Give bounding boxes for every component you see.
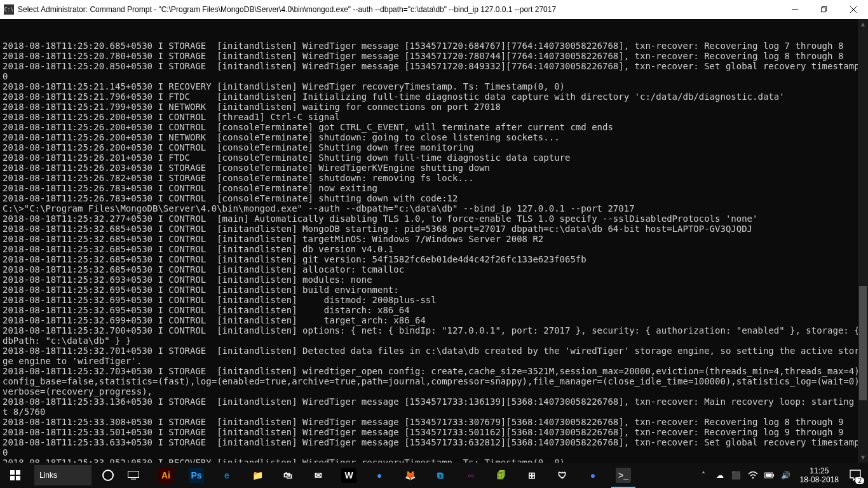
scrollbar-thumb[interactable] (859, 286, 867, 400)
terminal-scrollbar[interactable]: ▲ ▼ (858, 19, 868, 463)
svg-rect-9 (773, 474, 774, 477)
tray-app-icon[interactable]: ⬛ (731, 470, 742, 480)
terminal-line: 2018-08-18T11:25:26.782+0530 I STORAGE [… (3, 173, 865, 183)
taskbar-app-chrome2[interactable]: ● (578, 463, 607, 488)
window-title: Select Administrator: Command Prompt - "… (18, 5, 780, 14)
task-view-button[interactable] (121, 463, 146, 488)
taskbar-app-cmd[interactable]: >_ (609, 463, 638, 488)
tray-volume-icon[interactable]: 🔊 (781, 470, 791, 480)
close-button[interactable] (839, 0, 868, 19)
tray-wifi-icon[interactable] (748, 470, 758, 480)
firefox-icon: 🦊 (402, 468, 417, 483)
terminal-output[interactable]: 2018-08-18T11:25:20.685+0530 I STORAGE [… (0, 19, 868, 463)
file-explorer-icon: 📁 (250, 468, 265, 483)
tray-chevron-up-icon[interactable]: ˄ (698, 470, 709, 480)
cmd-icon: C:\ (4, 4, 14, 15)
terminal-line: 2018-08-18T11:25:32.699+0530 I CONTROL [… (3, 315, 865, 325)
terminal-line: 2018-08-18T11:25:32.685+0530 I CONTROL [… (3, 234, 865, 244)
cortana-icon (102, 470, 114, 481)
taskbar-app-app1[interactable]: 🗐 (487, 463, 516, 488)
taskbar-app-wikipedia[interactable]: W (334, 463, 363, 488)
cortana-button[interactable] (95, 463, 121, 488)
terminal-line: 2018-08-18T11:25:32.685+0530 I CONTROL [… (3, 224, 865, 234)
taskbar-app-shield[interactable]: 🛡 (548, 463, 577, 488)
svg-rect-3 (16, 470, 20, 475)
vscode-icon: ⧉ (433, 468, 448, 483)
minimize-button[interactable] (780, 0, 810, 19)
chrome2-icon: ● (585, 468, 600, 483)
taskbar-search[interactable]: Links (34, 465, 92, 485)
svg-rect-6 (128, 471, 139, 478)
taskbar-app-firefox[interactable]: 🦊 (395, 463, 424, 488)
terminal-line: 2018-08-18T11:25:32.695+0530 I CONTROL [… (3, 285, 865, 295)
photoshop-icon: Ps (189, 468, 204, 483)
terminal-line: 2018-08-18T11:25:32.685+0530 I CONTROL [… (3, 244, 865, 254)
taskbar-app-vsstudio[interactable]: ∞ (456, 463, 485, 488)
notification-center-button[interactable]: 2 (843, 463, 868, 488)
terminal-line: 2018-08-18T11:25:26.783+0530 I CONTROL [… (3, 193, 865, 203)
taskbar-clock[interactable]: 11:25 18-08-2018 (796, 466, 843, 484)
tray-battery-icon[interactable] (764, 470, 775, 480)
terminal-line: 2018-08-18T11:25:32.693+0530 I CONTROL [… (3, 274, 865, 285)
clock-date: 18-08-2018 (800, 475, 839, 484)
taskbar-app-mail[interactable]: ✉ (304, 463, 333, 488)
svg-rect-5 (16, 476, 20, 480)
terminal-line: 2018-08-18T11:25:21.799+0530 I NETWORK [… (3, 102, 865, 112)
terminal-line: 2018-08-18T11:25:20.780+0530 I STORAGE [… (3, 51, 865, 61)
vsstudio-icon: ∞ (463, 468, 478, 483)
taskbar-app-vscode[interactable]: ⧉ (426, 463, 455, 488)
taskbar-app-file-explorer[interactable]: 📁 (243, 463, 272, 488)
terminal-line: 2018-08-18T11:25:26.783+0530 I CONTROL [… (3, 183, 865, 193)
terminal-line: 2018-08-18T11:25:32.703+0530 I STORAGE [… (3, 366, 865, 396)
wikipedia-icon: W (341, 468, 356, 483)
cmd-icon: >_ (616, 468, 631, 483)
terminal-line: 2018-08-18T11:25:33.952+0530 I RECOVERY … (3, 458, 865, 463)
terminal-line: 2018-08-18T11:25:32.700+0530 I CONTROL [… (3, 325, 865, 346)
taskbar-app-chrome[interactable]: ● (365, 463, 394, 488)
terminal-line: 2018-08-18T11:25:21.145+0530 I RECOVERY … (3, 81, 865, 92)
mail-icon: ✉ (311, 468, 326, 483)
terminal-line: 2018-08-18T11:25:26.200+0530 I NETWORK [… (3, 132, 865, 142)
tray-onedrive-icon[interactable]: ☁ (715, 470, 725, 480)
terminal-line: 2018-08-18T11:25:20.685+0530 I STORAGE [… (3, 41, 865, 51)
notification-count-badge: 2 (855, 477, 864, 484)
terminal-line: 2018-08-18T11:25:26.200+0530 I CONTROL [… (3, 142, 865, 152)
terminal-line: 2018-08-18T11:25:32.695+0530 I CONTROL [… (3, 295, 865, 305)
edge-icon: e (219, 468, 234, 483)
maximize-button[interactable] (810, 0, 839, 19)
illustrator-icon: Ai (158, 468, 173, 483)
svg-rect-2 (10, 470, 15, 475)
terminal-line: 2018-08-18T11:25:26.203+0530 I STORAGE [… (3, 163, 865, 173)
taskbar-app-illustrator[interactable]: Ai (151, 463, 180, 488)
terminal-line: 2018-08-18T11:25:32.277+0530 I CONTROL [… (3, 214, 865, 224)
start-button[interactable] (0, 463, 31, 488)
terminal-line: 2018-08-18T11:25:26.200+0530 I CONTROL [… (3, 112, 865, 122)
svg-rect-10 (765, 473, 771, 477)
terminal-line: 2018-08-18T11:25:33.308+0530 I STORAGE [… (3, 417, 865, 427)
chrome-icon: ● (372, 468, 387, 483)
microsoft-icon: ⊞ (524, 468, 539, 483)
search-text: Links (39, 471, 57, 480)
window-titlebar: C:\ Select Administrator: Command Prompt… (0, 0, 868, 19)
terminal-line: 2018-08-18T11:25:20.850+0530 I STORAGE [… (3, 61, 865, 81)
store-icon: 🛍 (280, 468, 295, 483)
taskbar-app-store[interactable]: 🛍 (273, 463, 302, 488)
svg-point-7 (752, 477, 753, 478)
svg-rect-1 (821, 8, 825, 12)
terminal-line: 2018-08-18T11:25:33.501+0530 I STORAGE [… (3, 427, 865, 437)
clock-time: 11:25 (800, 466, 839, 475)
terminal-line: 2018-08-18T11:25:32.685+0530 I CONTROL [… (3, 254, 865, 264)
svg-rect-4 (10, 476, 15, 480)
terminal-line: 2018-08-18T11:25:26.200+0530 I CONTROL [… (3, 122, 865, 132)
windows-taskbar: Links AiPse📁🛍✉W●🦊⧉∞🗐⊞🛡●>_ ˄ ☁ ⬛ 🔊 (0, 463, 868, 488)
scroll-up-arrow[interactable]: ▲ (858, 19, 868, 29)
scroll-down-arrow[interactable]: ▼ (858, 452, 868, 463)
terminal-line: 2018-08-18T11:25:32.701+0530 I STORAGE [… (3, 346, 865, 366)
shield-icon: 🛡 (555, 468, 570, 483)
terminal-line: C:\>"C:\Program Files\MongoDB\Server\4.0… (3, 203, 865, 214)
taskbar-app-microsoft[interactable]: ⊞ (517, 463, 546, 488)
taskbar-app-edge[interactable]: e (212, 463, 241, 488)
taskbar-app-photoshop[interactable]: Ps (182, 463, 211, 488)
app1-icon: 🗐 (494, 468, 509, 483)
terminal-line: 2018-08-18T11:25:26.201+0530 I FTDC [con… (3, 152, 865, 163)
